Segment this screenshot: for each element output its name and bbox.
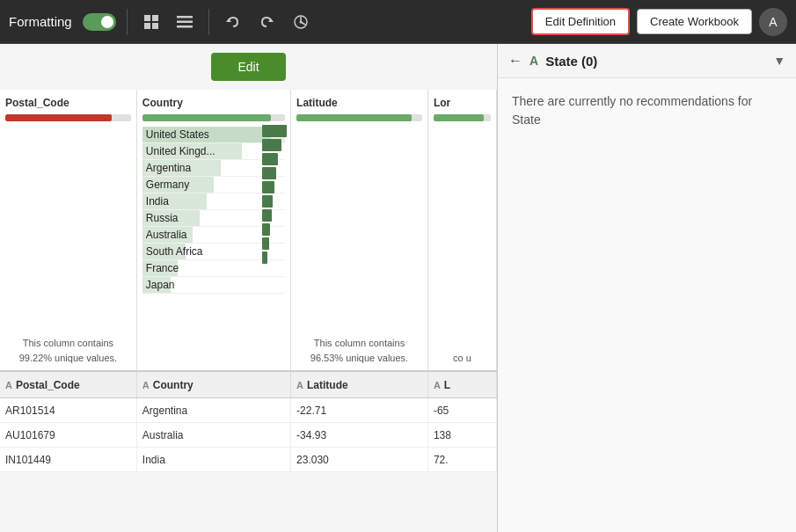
postal-code-type-icon: A xyxy=(5,380,12,390)
data-cell: 72. xyxy=(428,448,497,471)
country-card: Country United States United Kingd... xyxy=(137,90,291,370)
postal-code-bar-fill xyxy=(5,114,112,121)
right-body: There are currently no recommendations f… xyxy=(498,78,796,532)
latitude-bar-fill xyxy=(296,114,412,121)
list-view-btn[interactable] xyxy=(172,12,198,32)
data-cell: IN101449 xyxy=(0,448,137,471)
svg-rect-5 xyxy=(177,20,193,23)
postal-code-header-label: Postal_Code xyxy=(16,379,80,391)
edit-definition-button[interactable]: Edit Definition xyxy=(531,8,630,35)
longitude-content: co u xyxy=(453,351,471,366)
stats-btn[interactable] xyxy=(287,11,315,33)
col-header-longitude: A L xyxy=(428,372,497,397)
undo-icon xyxy=(225,14,241,30)
redo-btn[interactable] xyxy=(253,11,280,33)
country-type-icon: A xyxy=(142,380,150,390)
longitude-title: Lor xyxy=(434,97,450,109)
data-cell: -22.71 xyxy=(291,398,428,422)
svg-rect-3 xyxy=(152,23,158,29)
longitude-bar xyxy=(434,114,491,121)
latitude-type-icon: A xyxy=(296,380,303,390)
latitude-title: Latitude xyxy=(296,97,338,109)
postal-code-title: Postal_Code xyxy=(5,97,69,109)
data-cell: -65 xyxy=(428,398,497,422)
svg-point-10 xyxy=(299,20,302,23)
postal-code-bar xyxy=(5,114,131,121)
data-cell: AR101514 xyxy=(0,398,137,422)
latitude-card: Latitude This column contains 96.53% uni… xyxy=(291,90,428,370)
longitude-card: Lor co u xyxy=(428,90,497,370)
table-footer: A Postal_Code A Country A Latitude A L xyxy=(0,371,497,472)
svg-rect-1 xyxy=(152,15,158,21)
data-rows: AR101514 Argentina -22.71 -65 AU101679 A… xyxy=(0,398,497,472)
country-title: Country xyxy=(142,97,183,109)
latitude-bar xyxy=(296,114,422,121)
field-type-icon: A xyxy=(529,54,538,68)
list-icon xyxy=(177,16,193,28)
main-content: Edit Postal_Code This column contains 99… xyxy=(0,44,796,532)
svg-rect-2 xyxy=(144,23,150,29)
data-cell: 23.030 xyxy=(291,448,428,471)
col-header-postal-code: A Postal_Code xyxy=(0,372,137,397)
latitude-content: This column contains 96.53% unique value… xyxy=(296,336,422,365)
postal-code-card: Postal_Code This column contains 99.22% … xyxy=(0,90,137,370)
divider-2 xyxy=(208,9,209,35)
country-bar xyxy=(142,114,285,121)
create-workbook-button[interactable]: Create Workbook xyxy=(637,9,752,34)
data-cell: Australia xyxy=(137,423,291,447)
column-cards: Postal_Code This column contains 99.22% … xyxy=(0,90,497,371)
right-panel: ← A State (0) ▼ There are currently no r… xyxy=(497,44,796,532)
no-recommendations-text: There are currently no recommendations f… xyxy=(512,92,782,129)
table-row: AR101514 Argentina -22.71 -65 xyxy=(0,398,497,423)
field-name: State (0) xyxy=(545,54,766,69)
longitude-bar-fill xyxy=(434,114,484,121)
country-bar-fill xyxy=(142,114,271,121)
toolbar: Formatting xyxy=(0,0,796,44)
data-cell: AU101679 xyxy=(0,423,137,447)
col-header-latitude: A Latitude xyxy=(291,372,428,397)
data-cell: India xyxy=(137,448,291,471)
longitude-type-icon: A xyxy=(434,380,441,390)
stats-icon xyxy=(292,14,310,30)
edit-button[interactable]: Edit xyxy=(211,53,285,81)
data-cell: -34.93 xyxy=(291,423,428,447)
postal-code-content: This column contains 99.22% unique value… xyxy=(5,336,131,365)
table-row: IN101449 India 23.030 72. xyxy=(0,448,497,472)
redo-icon xyxy=(259,14,274,30)
table-row: AU101679 Australia -34.93 138 xyxy=(0,423,497,448)
col-headers-row: A Postal_Code A Country A Latitude A L xyxy=(0,372,497,398)
svg-rect-6 xyxy=(177,26,193,28)
dropdown-arrow-icon[interactable]: ▼ xyxy=(773,54,785,68)
longitude-header-label: L xyxy=(444,379,450,391)
svg-rect-0 xyxy=(144,15,150,21)
latitude-header-label: Latitude xyxy=(307,379,348,391)
formatting-toggle[interactable] xyxy=(83,13,116,31)
formatting-label: Formatting xyxy=(9,14,72,29)
country-mini-bars xyxy=(262,125,288,361)
left-panel: Edit Postal_Code This column contains 99… xyxy=(0,44,497,532)
undo-btn[interactable] xyxy=(220,11,246,33)
avatar-button[interactable]: A xyxy=(759,8,787,36)
col-header-country: A Country xyxy=(137,372,291,397)
grid-view-btn[interactable] xyxy=(138,11,164,33)
divider-1 xyxy=(127,9,128,35)
edit-row: Edit xyxy=(0,44,497,90)
svg-rect-4 xyxy=(177,16,193,18)
right-header: ← A State (0) ▼ xyxy=(498,44,796,78)
country-header-label: Country xyxy=(153,379,194,391)
data-cell: Argentina xyxy=(137,398,291,422)
back-arrow-icon[interactable]: ← xyxy=(508,53,522,69)
data-cell: 138 xyxy=(428,423,497,447)
grid-icon xyxy=(143,14,159,30)
